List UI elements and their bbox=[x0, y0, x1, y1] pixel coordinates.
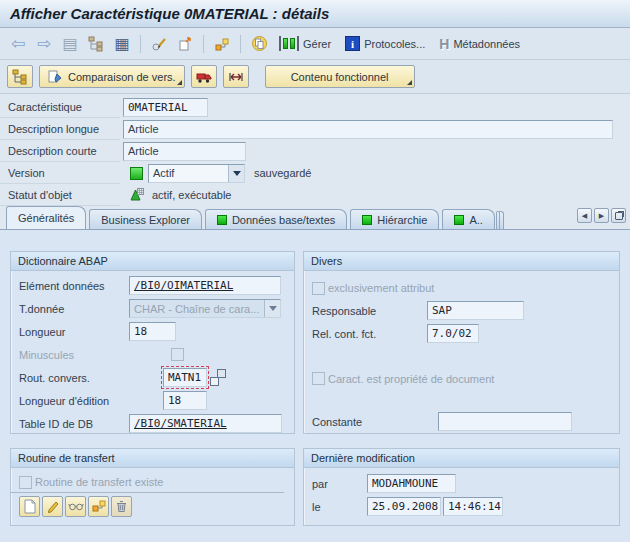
routine-display-button[interactable] bbox=[65, 496, 86, 517]
where-used-button[interactable] bbox=[210, 32, 234, 56]
row-table-id-db: Table ID de DB /BI0/SMATERIAL bbox=[11, 412, 294, 435]
version-compare-button[interactable]: Comparaison de vers. bbox=[39, 65, 185, 88]
combo-arrow[interactable] bbox=[228, 165, 244, 182]
possible-entries-icon[interactable] bbox=[210, 369, 226, 386]
metadonnees-button[interactable]: H Métadonnées bbox=[433, 32, 526, 56]
rout-convers-label: Rout. convers. bbox=[19, 372, 129, 384]
display-change-icon bbox=[151, 36, 167, 52]
longueur-field[interactable]: 18 bbox=[129, 322, 176, 341]
tab-label: Business Explorer bbox=[101, 214, 190, 226]
group-title-text: Divers bbox=[311, 255, 342, 267]
statut-value: actif, exécutable bbox=[152, 189, 232, 201]
responsable-field[interactable]: SAP bbox=[427, 301, 524, 320]
glasses-icon bbox=[68, 499, 84, 513]
description-courte-field[interactable]: Article bbox=[123, 142, 246, 161]
tab-hierarchie[interactable]: Hiérarchie bbox=[350, 209, 439, 229]
copy-button[interactable] bbox=[173, 32, 197, 56]
tab-scroll-right-button[interactable]: ▶ bbox=[594, 208, 609, 223]
sap-window: Afficher Caractéristique 0MATERIAL : dét… bbox=[0, 0, 630, 542]
table-id-db-field[interactable]: /BI0/SMATERIAL bbox=[129, 414, 282, 433]
object-status-icon bbox=[129, 187, 145, 204]
row-modifie-le: le 25.09.2008 14:46:14 bbox=[304, 495, 619, 518]
gerer-label: Gérer bbox=[303, 38, 331, 50]
transport-connection-icon bbox=[228, 69, 244, 85]
tab-attributs-truncated[interactable]: A.. bbox=[442, 209, 494, 229]
tab-donnees-base-textes[interactable]: Données base/textes bbox=[205, 209, 347, 229]
group-title: Routine de transfert bbox=[11, 449, 294, 468]
modifie-par-field[interactable]: MODAHMOUNE bbox=[367, 474, 456, 493]
grid-icon: ▦ bbox=[114, 36, 129, 52]
tree-view-button[interactable] bbox=[7, 65, 33, 88]
modifie-time-field[interactable]: 14:46:14 bbox=[443, 497, 503, 516]
element-donnees-field[interactable]: /BI0/OIMATERIAL bbox=[129, 276, 281, 295]
rel-cont-fct-label: Rel. cont. fct. bbox=[312, 328, 422, 340]
description-longue-label: Description longue bbox=[0, 118, 120, 140]
row-tdonnee: T.donnée CHAR - Chaîne de cara... bbox=[11, 297, 294, 320]
copies-icon bbox=[251, 35, 268, 52]
row-version: Version Actif sauvegardé bbox=[0, 162, 630, 184]
longueur-edition-label: Longueur d'édition bbox=[19, 395, 129, 407]
rel-cont-fct-field[interactable]: 7.0/02 bbox=[427, 324, 479, 343]
transport-truck-button[interactable] bbox=[191, 65, 217, 88]
group-title-text: Dernière modification bbox=[311, 452, 415, 464]
application-toolbar: Comparaison de vers. Contenu fonctionnel bbox=[0, 60, 630, 94]
version-suffix: sauvegardé bbox=[254, 167, 312, 179]
protocoles-label: Protocoles... bbox=[364, 38, 425, 50]
caracteristique-field[interactable]: 0MATERIAL bbox=[123, 98, 208, 117]
routine-delete-button[interactable] bbox=[111, 496, 132, 517]
row-modifie-par: par MODAHMOUNE bbox=[304, 472, 619, 495]
new-page-icon bbox=[23, 499, 37, 514]
grid-display-button[interactable]: ▦ bbox=[110, 32, 134, 56]
tab-label: Hiérarchie bbox=[377, 214, 427, 226]
tab-scroll-controls: ◀ ▶ bbox=[577, 208, 626, 223]
row-description-longue: Description longue Article bbox=[0, 118, 630, 140]
header-form: Caractéristique 0MATERIAL Description lo… bbox=[0, 94, 630, 206]
version-label: Version bbox=[0, 162, 120, 184]
description-longue-field[interactable]: Article bbox=[123, 120, 613, 139]
transport-connection-button[interactable] bbox=[223, 65, 249, 88]
version-compare-icon bbox=[48, 69, 63, 84]
display-change-button[interactable] bbox=[147, 32, 171, 56]
routine-change-button[interactable] bbox=[42, 496, 63, 517]
contenu-fonctionnel-button[interactable]: Contenu fonctionnel bbox=[265, 65, 415, 88]
tab-label: Généralités bbox=[18, 212, 74, 224]
where-used-icon bbox=[92, 499, 106, 513]
tab-generalites[interactable]: Généralités bbox=[6, 206, 86, 229]
copies-button[interactable] bbox=[247, 32, 271, 56]
tab-status-green-icon bbox=[217, 215, 227, 225]
tab-status-green-icon bbox=[454, 215, 464, 225]
row-longueur: Longueur 18 bbox=[11, 320, 294, 343]
protocoles-button[interactable]: i Protocoles... bbox=[339, 32, 431, 56]
spacer bbox=[304, 345, 619, 367]
contenu-fonctionnel-label: Contenu fonctionnel bbox=[291, 71, 389, 83]
back-button[interactable]: ⇦ bbox=[6, 32, 30, 56]
tree-icon bbox=[12, 69, 28, 85]
tab-business-explorer[interactable]: Business Explorer bbox=[89, 209, 202, 229]
rout-convers-field[interactable]: MATN1 bbox=[163, 368, 207, 387]
version-combobox[interactable]: Actif bbox=[148, 164, 245, 183]
caracteristique-label: Caractéristique bbox=[0, 96, 120, 118]
hidden-tab-edge bbox=[499, 211, 504, 229]
row-rout-convers: Rout. convers. MATN1 bbox=[11, 366, 294, 389]
modifie-par-label: par bbox=[312, 478, 367, 490]
minuscules-checkbox bbox=[171, 348, 184, 361]
row-caract-propriete-document: Caract. est propriété de document bbox=[304, 367, 619, 390]
longueur-edition-field[interactable]: 18 bbox=[163, 391, 207, 410]
row-description-courte: Description courte Article bbox=[0, 140, 630, 162]
modifie-le-label: le bbox=[312, 501, 367, 513]
hierarchy-button[interactable] bbox=[84, 32, 108, 56]
routine-create-button[interactable] bbox=[19, 496, 40, 517]
modifie-date-field[interactable]: 25.09.2008 bbox=[367, 497, 441, 516]
description-courte-label: Description courte bbox=[0, 140, 120, 162]
constante-field[interactable] bbox=[438, 412, 572, 431]
gerer-button[interactable]: Gérer bbox=[273, 32, 337, 56]
back-arrow-icon: ⇦ bbox=[11, 35, 25, 52]
page-title: Afficher Caractéristique 0MATERIAL : dét… bbox=[10, 5, 329, 22]
tab-expand-button[interactable] bbox=[611, 208, 626, 223]
caract-propriete-document-label: Caract. est propriété de document bbox=[328, 373, 494, 385]
forward-button[interactable]: ⇨ bbox=[32, 32, 56, 56]
tab-scroll-left-button[interactable]: ◀ bbox=[577, 208, 592, 223]
metadonnees-label: Métadonnées bbox=[453, 38, 520, 50]
routine-where-used-button[interactable] bbox=[88, 496, 109, 517]
overview-button[interactable]: ▤ bbox=[58, 32, 82, 56]
